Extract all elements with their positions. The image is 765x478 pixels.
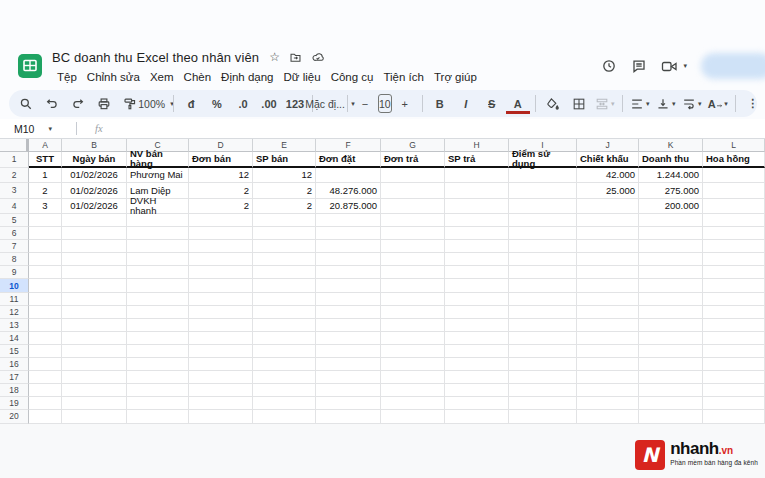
cell-K3[interactable]: 275.000 <box>639 183 703 199</box>
text-color-button[interactable]: A <box>505 93 531 115</box>
cell-A5[interactable] <box>29 214 62 227</box>
cell-J11[interactable] <box>577 293 639 306</box>
text-wrap-icon[interactable]: ▾ <box>679 93 705 115</box>
cell-F14[interactable] <box>316 332 381 345</box>
cell-A1[interactable]: STT <box>29 152 62 168</box>
cell-G15[interactable] <box>381 345 445 358</box>
cell-J2[interactable]: 42.000 <box>577 168 639 184</box>
cell-H19[interactable] <box>445 397 509 410</box>
cell-I1[interactable]: Điểm sử dụng <box>509 152 577 168</box>
cell-G3[interactable] <box>381 183 445 199</box>
cell-B6[interactable] <box>62 227 127 240</box>
bold-button[interactable]: B <box>427 93 453 115</box>
cell-F11[interactable] <box>316 293 381 306</box>
column-header-D[interactable]: D <box>189 139 253 152</box>
cell-G4[interactable] <box>381 199 445 215</box>
cell-I13[interactable] <box>509 319 577 332</box>
cell-D13[interactable] <box>189 319 253 332</box>
cell-B19[interactable] <box>62 397 127 410</box>
row-header-13[interactable]: 13 <box>0 319 29 332</box>
row-header-19[interactable]: 19 <box>0 397 29 410</box>
column-header-K[interactable]: K <box>639 139 703 152</box>
cell-D17[interactable] <box>189 371 253 384</box>
cell-D11[interactable] <box>189 293 253 306</box>
cell-C9[interactable] <box>127 266 189 279</box>
row-header-15[interactable]: 15 <box>0 345 29 358</box>
cell-K14[interactable] <box>639 332 703 345</box>
cell-B14[interactable] <box>62 332 127 345</box>
cell-F2[interactable] <box>316 168 381 184</box>
decrease-decimal-button[interactable]: .0 <box>230 93 256 115</box>
cell-E5[interactable] <box>253 214 316 227</box>
cell-F3[interactable]: 48.276.000 <box>316 183 381 199</box>
cell-H4[interactable] <box>445 199 509 215</box>
cell-G12[interactable] <box>381 306 445 319</box>
cell-E20[interactable] <box>253 410 316 423</box>
cell-A2[interactable]: 1 <box>29 168 62 184</box>
cell-F13[interactable] <box>316 319 381 332</box>
cell-K1[interactable]: Doanh thu <box>639 152 703 168</box>
merge-cells-icon[interactable]: ▾ <box>592 93 618 115</box>
cell-E6[interactable] <box>253 227 316 240</box>
cell-F17[interactable] <box>316 371 381 384</box>
cell-J6[interactable] <box>577 227 639 240</box>
cell-A11[interactable] <box>29 293 62 306</box>
cell-B5[interactable] <box>62 214 127 227</box>
menu-item-3[interactable]: Xem <box>145 70 179 84</box>
cell-L1[interactable]: Hoa hồng <box>703 152 765 168</box>
row-header-6[interactable]: 6 <box>0 227 29 240</box>
cell-L16[interactable] <box>703 358 765 371</box>
cell-F20[interactable] <box>316 410 381 423</box>
row-header-8[interactable]: 8 <box>0 253 29 266</box>
cell-F10[interactable] <box>316 279 381 292</box>
cell-C4[interactable]: DVKH nhanh <box>127 199 189 215</box>
cell-A20[interactable] <box>29 410 62 423</box>
cell-J18[interactable] <box>577 384 639 397</box>
cell-F12[interactable] <box>316 306 381 319</box>
cell-G5[interactable] <box>381 214 445 227</box>
cell-L4[interactable] <box>703 199 765 215</box>
cell-C12[interactable] <box>127 306 189 319</box>
cell-H15[interactable] <box>445 345 509 358</box>
cell-A14[interactable] <box>29 332 62 345</box>
move-folder-icon[interactable] <box>289 51 302 64</box>
cell-H9[interactable] <box>445 266 509 279</box>
cell-B13[interactable] <box>62 319 127 332</box>
cell-E1[interactable]: SP bán <box>253 152 316 168</box>
borders-icon[interactable] <box>566 93 592 115</box>
cell-I18[interactable] <box>509 384 577 397</box>
cell-K18[interactable] <box>639 384 703 397</box>
formula-input[interactable] <box>103 119 765 138</box>
cell-I16[interactable] <box>509 358 577 371</box>
cell-K7[interactable] <box>639 240 703 253</box>
cell-D19[interactable] <box>189 397 253 410</box>
cell-A9[interactable] <box>29 266 62 279</box>
cell-J13[interactable] <box>577 319 639 332</box>
cell-E12[interactable] <box>253 306 316 319</box>
row-header-14[interactable]: 14 <box>0 332 29 345</box>
cell-D5[interactable] <box>189 214 253 227</box>
document-title[interactable]: BC doanh thu Excel theo nhân viên <box>52 50 259 65</box>
font-size-input[interactable]: 10 <box>378 94 392 113</box>
more-options-icon[interactable]: ⋮ <box>740 93 765 115</box>
row-header-2[interactable]: 2 <box>0 168 29 184</box>
cell-E11[interactable] <box>253 293 316 306</box>
cell-L15[interactable] <box>703 345 765 358</box>
cell-J17[interactable] <box>577 371 639 384</box>
cell-F5[interactable] <box>316 214 381 227</box>
cell-H6[interactable] <box>445 227 509 240</box>
cell-I6[interactable] <box>509 227 577 240</box>
cell-B8[interactable] <box>62 253 127 266</box>
cell-H7[interactable] <box>445 240 509 253</box>
column-header-G[interactable]: G <box>381 139 445 152</box>
vertical-align-icon[interactable]: ▾ <box>653 93 679 115</box>
cell-E19[interactable] <box>253 397 316 410</box>
column-header-H[interactable]: H <box>445 139 509 152</box>
cell-B18[interactable] <box>62 384 127 397</box>
cell-J7[interactable] <box>577 240 639 253</box>
increase-decimal-button[interactable]: .00 <box>256 93 282 115</box>
row-header-11[interactable]: 11 <box>0 293 29 306</box>
cell-L18[interactable] <box>703 384 765 397</box>
cell-J8[interactable] <box>577 253 639 266</box>
cell-C14[interactable] <box>127 332 189 345</box>
